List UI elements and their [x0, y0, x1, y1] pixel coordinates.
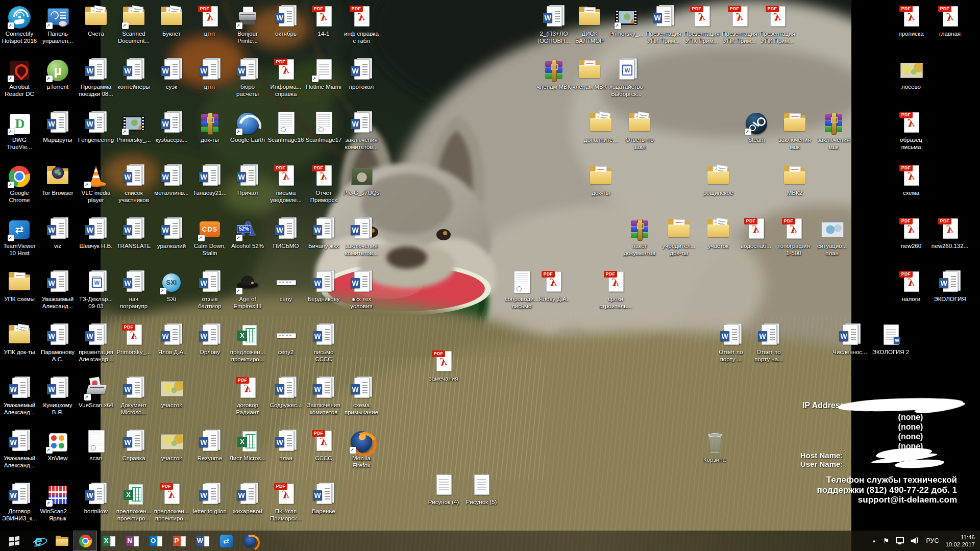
- desktop-icon[interactable]: членам МВК: [571, 58, 608, 91]
- desktop-icon[interactable]: WБердникову: [305, 270, 342, 303]
- desktop-icon[interactable]: Ответы по закл: [621, 111, 658, 151]
- teamviewer[interactable]: ⇄: [214, 531, 238, 551]
- desktop-icon[interactable]: λPDFцгнт: [191, 5, 229, 38]
- desktop-icon[interactable]: λPDFИнформа... справка: [267, 58, 305, 97]
- desktop-icon[interactable]: Google Earth: [229, 111, 266, 144]
- desktop-icon[interactable]: Scanned Document...: [115, 5, 153, 44]
- desktop-icon[interactable]: DDWG TrueVie...: [1, 111, 38, 151]
- desktop-icon[interactable]: WТанаеву21...: [191, 164, 229, 197]
- desktop-icon[interactable]: λPDFЯлову Д.А.: [534, 270, 572, 303]
- desktop-icon[interactable]: WЯлов Д.А.: [153, 323, 190, 356]
- desktop-icon[interactable]: Wписьмо СССС: [305, 323, 342, 363]
- desktop-icon[interactable]: ⇄TeamViewer 10 Host: [1, 217, 38, 257]
- desktop-icon[interactable]: W2_(ПЗ+ЛО (ОСНОВН...: [535, 5, 573, 44]
- desktop-icon[interactable]: Primorsky_...: [115, 111, 153, 144]
- desktop-icon[interactable]: λPDFводоснаб...: [737, 217, 775, 250]
- desktop-icon[interactable]: Hotline Miami: [305, 58, 342, 91]
- desktop-icon[interactable]: A52%Alcohol 52%: [229, 217, 266, 250]
- desktop-icon[interactable]: λPDFnew260.132...: [931, 217, 969, 250]
- desktop-icon[interactable]: Wсхема примыкание: [342, 377, 380, 416]
- firefox[interactable]: [238, 531, 261, 551]
- desktop-icon[interactable]: Wзаключения комитетов...: [342, 111, 380, 151]
- desktop-icon[interactable]: Wпрезентация Александр...: [77, 323, 115, 363]
- desktop-icon[interactable]: λPDFПрезентация УПК Прим...: [721, 5, 758, 44]
- desktop-icon[interactable]: WЗаключения комитетов: [305, 377, 342, 416]
- desktop-icon[interactable]: WСодружес...: [267, 377, 305, 409]
- desktop-icon[interactable]: Wцгнт: [191, 58, 229, 91]
- desktop-icon[interactable]: WI engeneering: [77, 111, 115, 144]
- desktop-icon[interactable]: WRezyume: [191, 430, 229, 462]
- desktop-icon[interactable]: VLC media player: [77, 164, 115, 204]
- desktop-icon[interactable]: Счета: [77, 5, 115, 38]
- desktop-icon[interactable]: WДоговор ЭВИНИЗ_к...: [1, 483, 38, 522]
- desktop-icon[interactable]: участок: [699, 217, 737, 250]
- desktop-icon[interactable]: Wнач погранупр: [115, 270, 153, 310]
- desktop-icon[interactable]: Xпредложен... проектиро...: [115, 483, 153, 522]
- desktop-icon[interactable]: Wжихаревой: [229, 483, 266, 515]
- desktop-icon[interactable]: Primorsky_...: [607, 5, 645, 38]
- desktop-icon[interactable]: рощинское: [699, 164, 737, 197]
- desktop-icon[interactable]: λPDFсхема: [892, 164, 930, 197]
- desktop-icon[interactable]: Рисунок (4): [425, 473, 462, 506]
- desktop-icon[interactable]: λPDFпрописка: [892, 5, 930, 38]
- desktop-icon[interactable]: WУважаемый Александ...: [39, 270, 77, 310]
- desktop-icon[interactable]: Mozilla Firefox: [342, 430, 380, 469]
- desktop-icon[interactable]: Wжкх тех условия: [342, 270, 380, 310]
- desktop-icon[interactable]: WКуницкому В.Я.: [39, 377, 77, 416]
- desktop-icon[interactable]: ScanImage16: [267, 111, 305, 144]
- desktop-icon[interactable]: WTRANSLATE: [115, 217, 153, 250]
- desktop-icon[interactable]: УПК схемы: [1, 270, 38, 303]
- start-button[interactable]: [2, 531, 27, 551]
- desktop-icon[interactable]: Acrobat Reader DC: [1, 58, 38, 97]
- desktop-icon[interactable]: ScanImage17: [305, 111, 342, 144]
- desktop-icon[interactable]: Wоктябрь: [267, 5, 305, 38]
- desktop-icon[interactable]: VueScan x64: [77, 377, 115, 409]
- desktop-icon[interactable]: учредител... док-ты: [660, 217, 698, 257]
- desktop-icon[interactable]: WШевчук Н.В.: [77, 217, 115, 250]
- desktop-icon[interactable]: Wкузбассра...: [153, 111, 190, 144]
- desktop-icon[interactable]: Wbortnikov: [77, 483, 115, 515]
- desktop-icon[interactable]: WЭКОЛОГИЯ: [931, 270, 969, 303]
- desktop-icon[interactable]: λPDFналоги: [892, 270, 930, 303]
- desktop-icon[interactable]: WОрлову: [191, 323, 229, 356]
- desktop-icon[interactable]: Буклет: [153, 5, 190, 38]
- desktop-icon[interactable]: WПричал: [229, 164, 266, 197]
- desktop-icon[interactable]: пакет документов: [621, 217, 658, 257]
- desktop-icon[interactable]: WБичану жкх: [305, 217, 342, 250]
- desktop-icon[interactable]: Wплан: [267, 430, 305, 462]
- desktop-icon[interactable]: Wпротокол: [342, 58, 380, 91]
- desktop-icon[interactable]: дополните...: [582, 111, 620, 144]
- desktop-icon[interactable]: λPDFзамечания: [425, 350, 462, 383]
- desktop-icon[interactable]: Wходатайство Выборгск...: [607, 58, 645, 97]
- desktop-icon[interactable]: λPDFглавная: [931, 5, 969, 38]
- desktop-icon[interactable]: Wсписок участников: [115, 164, 153, 204]
- desktop-icon[interactable]: XЛист Micros...: [229, 430, 266, 462]
- desktop-icon[interactable]: ceny2: [267, 323, 305, 356]
- desktop-icon[interactable]: ДИСК БАЛТМОР: [571, 5, 608, 44]
- desktop-icon[interactable]: WЭКОЛОГИЯ 2: [872, 323, 910, 356]
- language-indicator[interactable]: РУС: [926, 537, 939, 544]
- action-center-flag-icon[interactable]: ⚑: [883, 537, 890, 545]
- desktop-icon[interactable]: Wбюро расчеты: [229, 58, 266, 97]
- powerpoint[interactable]: P: [167, 531, 191, 551]
- desktop-icon[interactable]: Wконтейнеры: [115, 58, 153, 91]
- desktop-icon[interactable]: Xпредложен... проектиро...: [229, 323, 266, 363]
- desktop-icon[interactable]: членам МВК: [535, 58, 573, 91]
- desktop-icon[interactable]: WПрограмма поездки 08...: [77, 58, 115, 97]
- desktop-icon[interactable]: WВаренье: [305, 483, 342, 515]
- desktop-icon[interactable]: Bonjour Printe...: [229, 5, 266, 44]
- desktop-icon[interactable]: Рисунок (5): [462, 473, 500, 506]
- desktop-icon[interactable]: Wзаключения комитетов...: [342, 217, 380, 257]
- desktop-icon[interactable]: ceny: [267, 270, 305, 303]
- desktop-icon[interactable]: WДокумент Microso...: [115, 377, 153, 416]
- desktop-icon[interactable]: заключения мвк: [815, 111, 852, 151]
- desktop-icon[interactable]: УПК док-ты: [1, 323, 38, 356]
- desktop-icon[interactable]: λPDFПрезентация УПК Прим...: [683, 5, 721, 44]
- desktop-icon[interactable]: SXiSXi: [153, 270, 190, 303]
- desktop-icon[interactable]: МВК2: [776, 164, 814, 197]
- clock[interactable]: 11:46 10.02.2017: [945, 534, 975, 548]
- desktop-icon[interactable]: док-ты: [191, 111, 229, 144]
- desktop-icon[interactable]: ситуацио... план: [813, 217, 851, 257]
- desktop-icon[interactable]: λPDFдоговор Радиант: [229, 377, 266, 416]
- desktop-icon[interactable]: участок: [153, 377, 190, 409]
